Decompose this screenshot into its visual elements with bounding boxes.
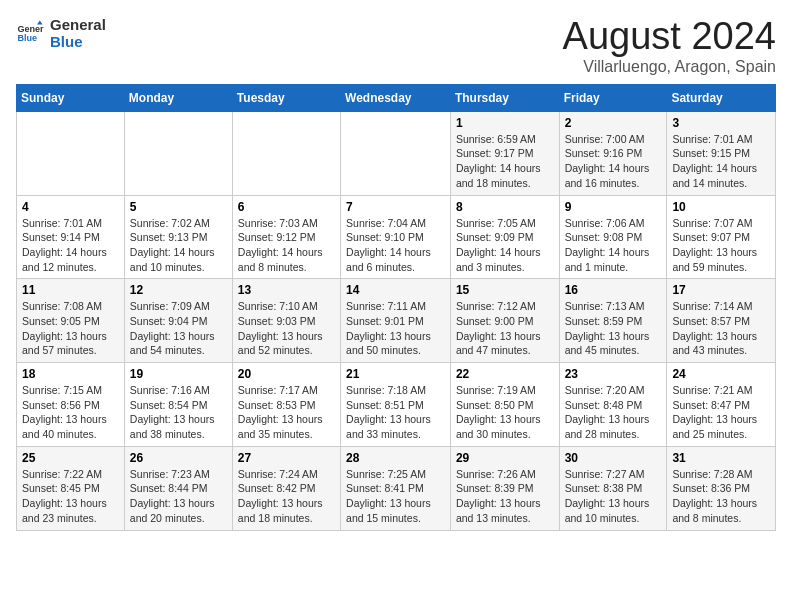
day-number: 11: [22, 283, 119, 297]
day-info: Sunrise: 7:04 AMSunset: 9:10 PMDaylight:…: [346, 216, 445, 275]
day-info: Sunrise: 7:00 AMSunset: 9:16 PMDaylight:…: [565, 132, 662, 191]
svg-marker-2: [37, 21, 43, 25]
calendar-cell: 25Sunrise: 7:22 AMSunset: 8:45 PMDayligh…: [17, 446, 125, 530]
day-number: 27: [238, 451, 335, 465]
day-info: Sunrise: 7:19 AMSunset: 8:50 PMDaylight:…: [456, 383, 554, 442]
day-info: Sunrise: 7:14 AMSunset: 8:57 PMDaylight:…: [672, 299, 770, 358]
weekday-header-friday: Friday: [559, 84, 667, 111]
calendar-cell: 28Sunrise: 7:25 AMSunset: 8:41 PMDayligh…: [341, 446, 451, 530]
day-info: Sunrise: 7:23 AMSunset: 8:44 PMDaylight:…: [130, 467, 227, 526]
calendar-week-row: 4Sunrise: 7:01 AMSunset: 9:14 PMDaylight…: [17, 195, 776, 279]
weekday-header-monday: Monday: [124, 84, 232, 111]
calendar-cell: 3Sunrise: 7:01 AMSunset: 9:15 PMDaylight…: [667, 111, 776, 195]
day-number: 10: [672, 200, 770, 214]
weekday-header-saturday: Saturday: [667, 84, 776, 111]
day-info: Sunrise: 7:06 AMSunset: 9:08 PMDaylight:…: [565, 216, 662, 275]
day-info: Sunrise: 7:21 AMSunset: 8:47 PMDaylight:…: [672, 383, 770, 442]
calendar-cell: [232, 111, 340, 195]
weekday-header-wednesday: Wednesday: [341, 84, 451, 111]
day-info: Sunrise: 7:12 AMSunset: 9:00 PMDaylight:…: [456, 299, 554, 358]
day-number: 1: [456, 116, 554, 130]
day-info: Sunrise: 7:02 AMSunset: 9:13 PMDaylight:…: [130, 216, 227, 275]
logo-blue: Blue: [50, 33, 106, 50]
day-info: Sunrise: 7:18 AMSunset: 8:51 PMDaylight:…: [346, 383, 445, 442]
calendar-cell: 14Sunrise: 7:11 AMSunset: 9:01 PMDayligh…: [341, 279, 451, 363]
day-info: Sunrise: 7:16 AMSunset: 8:54 PMDaylight:…: [130, 383, 227, 442]
location-subtitle: Villarluengo, Aragon, Spain: [563, 58, 776, 76]
svg-text:General: General: [17, 24, 44, 34]
calendar-cell: 17Sunrise: 7:14 AMSunset: 8:57 PMDayligh…: [667, 279, 776, 363]
calendar-cell: 16Sunrise: 7:13 AMSunset: 8:59 PMDayligh…: [559, 279, 667, 363]
day-info: Sunrise: 7:05 AMSunset: 9:09 PMDaylight:…: [456, 216, 554, 275]
calendar-cell: 21Sunrise: 7:18 AMSunset: 8:51 PMDayligh…: [341, 363, 451, 447]
calendar-cell: 6Sunrise: 7:03 AMSunset: 9:12 PMDaylight…: [232, 195, 340, 279]
day-number: 9: [565, 200, 662, 214]
day-info: Sunrise: 7:20 AMSunset: 8:48 PMDaylight:…: [565, 383, 662, 442]
calendar-cell: 7Sunrise: 7:04 AMSunset: 9:10 PMDaylight…: [341, 195, 451, 279]
calendar-week-row: 18Sunrise: 7:15 AMSunset: 8:56 PMDayligh…: [17, 363, 776, 447]
calendar-cell: [341, 111, 451, 195]
day-number: 29: [456, 451, 554, 465]
calendar-cell: 23Sunrise: 7:20 AMSunset: 8:48 PMDayligh…: [559, 363, 667, 447]
calendar-week-row: 25Sunrise: 7:22 AMSunset: 8:45 PMDayligh…: [17, 446, 776, 530]
day-info: Sunrise: 7:09 AMSunset: 9:04 PMDaylight:…: [130, 299, 227, 358]
day-info: Sunrise: 6:59 AMSunset: 9:17 PMDaylight:…: [456, 132, 554, 191]
calendar-cell: [17, 111, 125, 195]
weekday-header-tuesday: Tuesday: [232, 84, 340, 111]
calendar-cell: 20Sunrise: 7:17 AMSunset: 8:53 PMDayligh…: [232, 363, 340, 447]
month-year-title: August 2024: [563, 16, 776, 58]
day-info: Sunrise: 7:26 AMSunset: 8:39 PMDaylight:…: [456, 467, 554, 526]
day-number: 12: [130, 283, 227, 297]
header: General Blue General Blue August 2024 Vi…: [16, 16, 776, 76]
calendar-body: 1Sunrise: 6:59 AMSunset: 9:17 PMDaylight…: [17, 111, 776, 530]
day-number: 26: [130, 451, 227, 465]
day-number: 16: [565, 283, 662, 297]
day-info: Sunrise: 7:28 AMSunset: 8:36 PMDaylight:…: [672, 467, 770, 526]
calendar-cell: 24Sunrise: 7:21 AMSunset: 8:47 PMDayligh…: [667, 363, 776, 447]
weekday-header-row: SundayMondayTuesdayWednesdayThursdayFrid…: [17, 84, 776, 111]
calendar-cell: 13Sunrise: 7:10 AMSunset: 9:03 PMDayligh…: [232, 279, 340, 363]
day-number: 18: [22, 367, 119, 381]
day-number: 2: [565, 116, 662, 130]
day-info: Sunrise: 7:22 AMSunset: 8:45 PMDaylight:…: [22, 467, 119, 526]
calendar-cell: 27Sunrise: 7:24 AMSunset: 8:42 PMDayligh…: [232, 446, 340, 530]
day-number: 20: [238, 367, 335, 381]
day-info: Sunrise: 7:08 AMSunset: 9:05 PMDaylight:…: [22, 299, 119, 358]
day-info: Sunrise: 7:10 AMSunset: 9:03 PMDaylight:…: [238, 299, 335, 358]
day-number: 15: [456, 283, 554, 297]
day-info: Sunrise: 7:24 AMSunset: 8:42 PMDaylight:…: [238, 467, 335, 526]
calendar-cell: 30Sunrise: 7:27 AMSunset: 8:38 PMDayligh…: [559, 446, 667, 530]
day-number: 3: [672, 116, 770, 130]
day-info: Sunrise: 7:27 AMSunset: 8:38 PMDaylight:…: [565, 467, 662, 526]
calendar-week-row: 11Sunrise: 7:08 AMSunset: 9:05 PMDayligh…: [17, 279, 776, 363]
day-info: Sunrise: 7:01 AMSunset: 9:15 PMDaylight:…: [672, 132, 770, 191]
calendar-cell: 19Sunrise: 7:16 AMSunset: 8:54 PMDayligh…: [124, 363, 232, 447]
day-info: Sunrise: 7:03 AMSunset: 9:12 PMDaylight:…: [238, 216, 335, 275]
calendar-cell: 29Sunrise: 7:26 AMSunset: 8:39 PMDayligh…: [450, 446, 559, 530]
calendar-header: SundayMondayTuesdayWednesdayThursdayFrid…: [17, 84, 776, 111]
calendar-cell: 1Sunrise: 6:59 AMSunset: 9:17 PMDaylight…: [450, 111, 559, 195]
weekday-header-thursday: Thursday: [450, 84, 559, 111]
day-info: Sunrise: 7:07 AMSunset: 9:07 PMDaylight:…: [672, 216, 770, 275]
calendar-table: SundayMondayTuesdayWednesdayThursdayFrid…: [16, 84, 776, 531]
calendar-cell: 12Sunrise: 7:09 AMSunset: 9:04 PMDayligh…: [124, 279, 232, 363]
calendar-cell: 2Sunrise: 7:00 AMSunset: 9:16 PMDaylight…: [559, 111, 667, 195]
calendar-cell: 5Sunrise: 7:02 AMSunset: 9:13 PMDaylight…: [124, 195, 232, 279]
day-info: Sunrise: 7:13 AMSunset: 8:59 PMDaylight:…: [565, 299, 662, 358]
calendar-week-row: 1Sunrise: 6:59 AMSunset: 9:17 PMDaylight…: [17, 111, 776, 195]
day-number: 30: [565, 451, 662, 465]
day-number: 22: [456, 367, 554, 381]
day-number: 28: [346, 451, 445, 465]
svg-text:Blue: Blue: [17, 34, 37, 44]
calendar-cell: 9Sunrise: 7:06 AMSunset: 9:08 PMDaylight…: [559, 195, 667, 279]
calendar-cell: [124, 111, 232, 195]
day-number: 8: [456, 200, 554, 214]
calendar-cell: 31Sunrise: 7:28 AMSunset: 8:36 PMDayligh…: [667, 446, 776, 530]
calendar-cell: 26Sunrise: 7:23 AMSunset: 8:44 PMDayligh…: [124, 446, 232, 530]
calendar-cell: 11Sunrise: 7:08 AMSunset: 9:05 PMDayligh…: [17, 279, 125, 363]
day-number: 6: [238, 200, 335, 214]
day-info: Sunrise: 7:11 AMSunset: 9:01 PMDaylight:…: [346, 299, 445, 358]
day-number: 5: [130, 200, 227, 214]
calendar-cell: 22Sunrise: 7:19 AMSunset: 8:50 PMDayligh…: [450, 363, 559, 447]
weekday-header-sunday: Sunday: [17, 84, 125, 111]
